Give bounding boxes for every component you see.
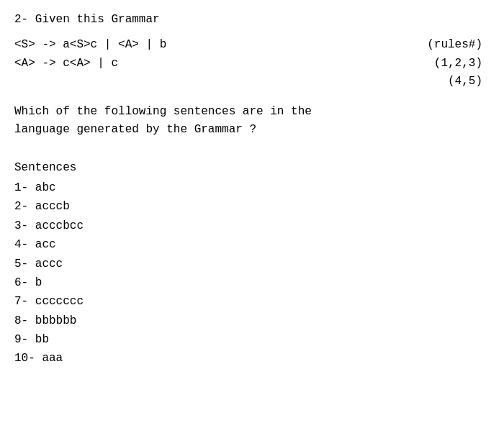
rules-header: (rules#) [427,36,482,55]
main-content: 2- Given this Grammar <S> -> a<S>c | <A>… [14,13,490,368]
question-line2: language generated by the Grammar ? [14,121,490,140]
list-item: 3- acccbcc [14,217,490,235]
list-item: 8- bbbbbb [14,312,490,330]
question-line1: Which of the following sentences are in … [14,103,490,122]
list-item: 2- acccb [14,197,490,216]
sentences-label: Sentences [14,161,490,174]
list-item: 5- accc [14,255,490,273]
rule1-numbers: (1,2,3) [427,55,482,73]
rule2-numbers: (4,5) [427,73,482,91]
sentences-section: Sentences 1- abc2- acccb3- acccbcc4- acc… [14,161,490,368]
rule-numbers: (rules#) (1,2,3) (4,5) [427,36,490,91]
rule1-line: <S> -> a<S>c | <A> | b [14,36,427,55]
list-item: 1- abc [14,178,490,197]
list-item: 9- bb [14,330,490,349]
sentences-list: 1- abc2- acccb3- acccbcc4- acc5- accc6- … [14,178,490,368]
grammar-rules: <S> -> a<S>c | <A> | b <A> -> c<A> | c [14,36,427,73]
list-item: 4- acc [14,235,490,254]
title: 2- Given this Grammar [14,13,490,26]
grammar-section: <S> -> a<S>c | <A> | b <A> -> c<A> | c (… [14,36,490,91]
list-item: 7- ccccccc [14,292,490,311]
list-item: 6- b [14,273,490,292]
rule2-line: <A> -> c<A> | c [14,55,427,73]
list-item: 10- aaa [14,349,490,368]
question-text: Which of the following sentences are in … [14,103,490,140]
